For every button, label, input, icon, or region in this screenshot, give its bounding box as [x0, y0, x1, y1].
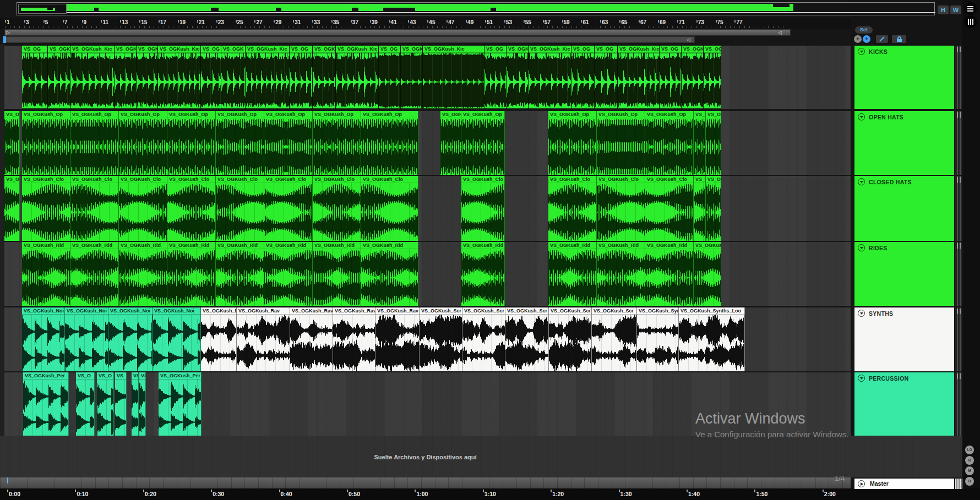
clip[interactable]: VS_OGK: [706, 111, 721, 175]
height-zoom-button[interactable]: H: [938, 6, 949, 14]
drop-area[interactable]: Suelte Archivos y Dispositivos aquí: [0, 436, 962, 477]
zoom-in-button[interactable]: +: [863, 35, 870, 43]
clip[interactable]: VS_OGKush_Clo: [361, 176, 418, 241]
clip[interactable]: VS_OGKush_Clo: [313, 176, 361, 241]
clip[interactable]: VS_OGKush_Op: [119, 111, 167, 175]
clip[interactable]: VS_O: [694, 176, 706, 241]
arrangement-overview[interactable]: [17, 2, 935, 15]
set-button[interactable]: Set: [855, 26, 873, 34]
clip[interactable]: VS_OGKush_Rid: [597, 242, 645, 306]
clip[interactable]: VS_OG: [595, 46, 618, 109]
clip[interactable]: VS_OGKush_Op: [70, 111, 119, 175]
fold-button[interactable]: [858, 178, 865, 185]
clip[interactable]: VS_OGKush_Rid: [264, 242, 313, 306]
clip[interactable]: VS_OGKush_Op: [461, 111, 505, 175]
track-header-percussion[interactable]: PERCUSSION: [854, 372, 954, 436]
zoom-out-button[interactable]: +: [854, 35, 862, 43]
clip[interactable]: VS_OGKush_Clo: [167, 176, 216, 241]
clip[interactable]: VS_OG: [22, 46, 48, 109]
clip[interactable]: VS_OGKush_Clo: [70, 176, 119, 241]
clip[interactable]: VS_OG: [484, 46, 507, 109]
rail-toggle-m[interactable]: M: [965, 466, 974, 475]
clip[interactable]: VS_OGKush_Scr: [592, 307, 637, 371]
clip[interactable]: VS_OGK: [682, 46, 704, 109]
clip[interactable]: VS_OGKush_Rav: [201, 307, 237, 371]
fold-button[interactable]: [858, 375, 865, 382]
mixer-button[interactable]: [964, 15, 977, 28]
rail-toggle-d[interactable]: D: [965, 477, 974, 486]
fold-button[interactable]: [858, 48, 865, 55]
clip[interactable]: VS: [139, 372, 146, 436]
clip[interactable]: VS_OGKush_Rav: [290, 307, 333, 371]
track-header-open-hats[interactable]: OPEN HATS: [854, 111, 954, 175]
fold-button[interactable]: [858, 310, 865, 317]
clip[interactable]: VS_OGK: [401, 46, 423, 109]
horizontal-scrollbar[interactable]: ◁: [4, 36, 695, 43]
clip[interactable]: VS_OGKush_Noi: [22, 307, 65, 371]
track-header-synths[interactable]: SYNTHS: [854, 307, 954, 371]
clip[interactable]: VS_OGKush_Clo: [461, 176, 505, 241]
track-header-rides[interactable]: RIDES: [854, 242, 954, 306]
clip[interactable]: VS_OGK: [440, 111, 461, 175]
time-ruler[interactable]: 0:000:100:200:300:400:501:001:101:201:30…: [0, 488, 980, 500]
clip[interactable]: VS_OGKush_Op: [216, 111, 264, 175]
clip[interactable]: VS_OGKush_Clo: [22, 176, 70, 241]
clip[interactable]: VS_OGKush_Op: [313, 111, 361, 175]
fold-button[interactable]: [858, 244, 865, 251]
clip[interactable]: VS_OG: [201, 46, 221, 109]
master-track-header[interactable]: Master: [854, 479, 954, 489]
clip[interactable]: VS_OG: [660, 46, 682, 109]
clip[interactable]: VS_OGKush_Per: [23, 372, 69, 436]
clip[interactable]: VS_OGKush_Kic: [336, 46, 379, 109]
fold-button[interactable]: [858, 113, 865, 120]
track-header-kicks[interactable]: KICKS: [854, 46, 954, 109]
clip[interactable]: VS_OGKush_Kic: [70, 46, 115, 109]
clip[interactable]: VS_O: [76, 372, 95, 436]
clip[interactable]: VS_OGKush_Rid: [167, 242, 216, 306]
width-zoom-button[interactable]: W: [950, 6, 961, 14]
rail-toggle-io[interactable]: I-O: [965, 446, 974, 454]
clip[interactable]: VS_OGKush_Scr: [420, 307, 462, 371]
scrub-area[interactable]: ▷ ◁: [4, 29, 791, 36]
clip[interactable]: VS_O: [97, 372, 114, 436]
clip[interactable]: VS_OGKush_Kic: [529, 46, 571, 109]
clip[interactable]: VS_OGKush_Kic: [246, 46, 290, 109]
clip[interactable]: VS_OGKush_Rid: [548, 242, 597, 306]
clip[interactable]: VS_OGKush_Kic: [158, 46, 201, 109]
clip[interactable]: VS_OGKush_Syn: [637, 307, 679, 371]
clip[interactable]: VS_OGK: [48, 46, 70, 109]
clip[interactable]: VS_OGKush_Rid: [216, 242, 264, 306]
clip[interactable]: VS_OGKush_Rid: [119, 242, 167, 306]
clip[interactable]: VS_OGKush_Scr: [549, 307, 592, 371]
clip[interactable]: VS_OG: [571, 46, 595, 109]
clip[interactable]: VS_OGKush_Op: [361, 111, 418, 175]
clip[interactable]: VS_OGK: [313, 46, 336, 109]
clip[interactable]: VS_OGK: [137, 46, 158, 109]
clip[interactable]: VS_OGK: [507, 46, 529, 109]
overview-viewport-box[interactable]: [18, 4, 67, 14]
time-zoom-strip[interactable]: [0, 477, 851, 488]
clip[interactable]: VS_OGK: [706, 176, 721, 241]
clip[interactable]: VS_OGKush_Rav: [237, 307, 290, 371]
clip[interactable]: VS_OGKush_Clo: [216, 176, 264, 241]
clip[interactable]: VS_OGK: [221, 46, 246, 109]
clip[interactable]: VS_OGKush_Rav: [333, 307, 375, 371]
clip[interactable]: VS_OGKush_Rid: [361, 242, 418, 306]
clip[interactable]: VS_OGKush_Per: [159, 372, 202, 436]
clip[interactable]: VS_OGK: [115, 46, 137, 109]
track-header-closed-hats[interactable]: CLOSED HATS: [854, 176, 954, 241]
clip[interactable]: VS_OGKush_Rid: [313, 242, 361, 306]
playhead-marker[interactable]: [3, 36, 6, 43]
clip[interactable]: VS_OGKush_Op: [548, 111, 597, 175]
clip[interactable]: VS_OGKush_Scr: [462, 307, 505, 371]
clip[interactable]: VS_OGKush_Noi: [65, 307, 108, 371]
clip[interactable]: VS_OGKush_Clo: [645, 176, 694, 241]
clip[interactable]: VS_OGKush_Rid: [22, 242, 70, 306]
clip[interactable]: VS_OGKush_Op: [264, 111, 313, 175]
loop-end-marker-icon[interactable]: ◁: [778, 30, 782, 35]
clip[interactable]: VS_OGKush_Rid: [461, 242, 505, 306]
menu-button[interactable]: [964, 2, 977, 15]
clip[interactable]: VS_OGKush_Kic: [618, 46, 660, 109]
clip[interactable]: VS_OGKush_Rid: [694, 242, 721, 306]
clip[interactable]: VS_OGKush_Clo: [597, 176, 645, 241]
